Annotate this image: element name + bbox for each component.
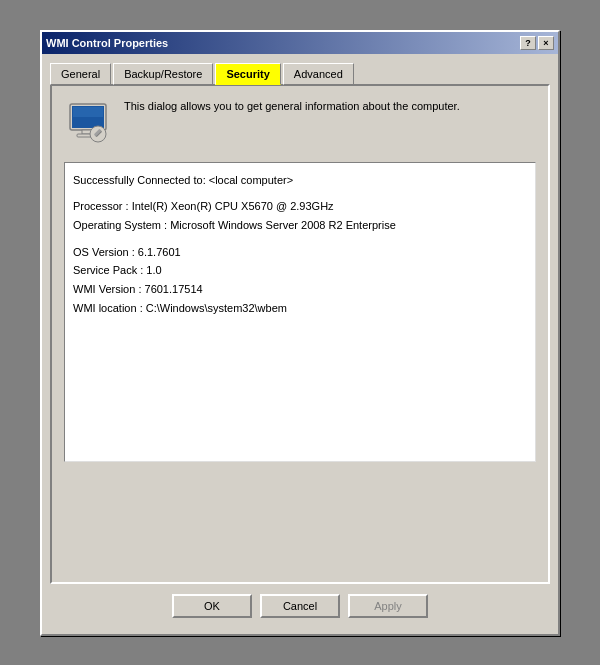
svg-rect-2 <box>73 107 103 117</box>
window-title: WMI Control Properties <box>46 37 168 49</box>
ok-button[interactable]: OK <box>172 594 252 618</box>
tab-backup[interactable]: Backup/Restore <box>113 63 213 85</box>
info-section: This dialog allows you to get general in… <box>64 98 536 146</box>
detail-processor: Processor : Intel(R) Xeon(R) CPU X5670 @… <box>73 197 527 216</box>
apply-button[interactable]: Apply <box>348 594 428 618</box>
window-body: General Backup/Restore Security Advanced <box>42 54 558 634</box>
tab-security[interactable]: Security <box>215 63 280 85</box>
help-button[interactable]: ? <box>520 36 536 50</box>
detail-wmi-version: WMI Version : 7601.17514 <box>73 280 527 299</box>
detail-wmi-location: WMI location : C:\Windows\system32\wbem <box>73 299 527 318</box>
title-bar-buttons: ? × <box>520 36 554 50</box>
close-button[interactable]: × <box>538 36 554 50</box>
tab-advanced[interactable]: Advanced <box>283 63 354 85</box>
tab-strip: General Backup/Restore Security Advanced <box>50 63 550 85</box>
main-window: WMI Control Properties ? × General Backu… <box>40 30 560 636</box>
tab-general[interactable]: General <box>50 63 111 85</box>
details-box: Successfully Connected to: <local comput… <box>64 162 536 462</box>
title-bar: WMI Control Properties ? × <box>42 32 558 54</box>
detail-os-version: OS Version : 6.1.7601 <box>73 243 527 262</box>
detail-connected: Successfully Connected to: <local comput… <box>73 171 527 190</box>
detail-os: Operating System : Microsoft Windows Ser… <box>73 216 527 235</box>
info-description: This dialog allows you to get general in… <box>124 98 460 115</box>
buttons-row: OK Cancel Apply <box>50 584 550 626</box>
computer-icon <box>64 98 112 146</box>
cancel-button[interactable]: Cancel <box>260 594 340 618</box>
tab-content: This dialog allows you to get general in… <box>50 84 550 584</box>
detail-service-pack: Service Pack : 1.0 <box>73 261 527 280</box>
